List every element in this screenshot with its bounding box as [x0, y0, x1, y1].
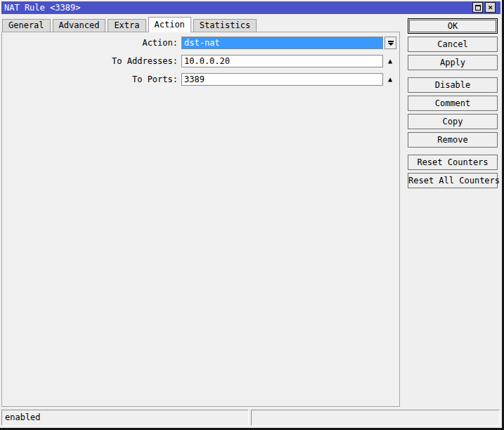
- close-icon: ×: [488, 4, 493, 11]
- apply-button[interactable]: Apply: [408, 55, 498, 70]
- copy-button[interactable]: Copy: [408, 114, 498, 129]
- remove-button[interactable]: Remove: [408, 132, 498, 148]
- tab-extra[interactable]: Extra: [108, 19, 146, 32]
- to-addresses-label: To Addresses:: [2, 55, 178, 67]
- window-title: NAT Rule <3389>: [1, 3, 80, 13]
- to-addresses-row: To Addresses: ▲: [2, 55, 399, 67]
- reset-counters-button[interactable]: Reset Counters: [408, 155, 498, 170]
- action-dropdown[interactable]: dst-nat: [181, 37, 383, 49]
- action-label: Action:: [2, 37, 178, 49]
- action-row: Action: dst-nat: [2, 37, 399, 49]
- action-dropdown-button[interactable]: [385, 37, 396, 49]
- tab-action[interactable]: Action: [148, 17, 191, 32]
- to-ports-row: To Ports: ▲: [2, 73, 399, 86]
- to-ports-up-icon[interactable]: ▲: [385, 73, 395, 86]
- status-secondary-panel: [251, 410, 500, 426]
- reset-all-counters-button[interactable]: Reset All Counters: [408, 173, 498, 188]
- comment-button[interactable]: Comment: [408, 96, 498, 111]
- to-addresses-input[interactable]: [181, 55, 383, 67]
- ok-button[interactable]: OK: [408, 18, 498, 34]
- tab-statistics[interactable]: Statistics: [193, 19, 257, 32]
- tab-bar: General Advanced Extra Action Statistics: [2, 17, 257, 32]
- maximize-button[interactable]: [472, 2, 483, 13]
- titlebar[interactable]: NAT Rule <3389>: [1, 1, 500, 14]
- action-tab-panel: Action: dst-nat To Addresses: ▲ To Ports…: [1, 32, 400, 407]
- close-button[interactable]: ×: [485, 2, 496, 13]
- cancel-button[interactable]: Cancel: [408, 37, 498, 52]
- tab-general[interactable]: General: [2, 19, 51, 32]
- status-text: enabled: [1, 410, 249, 426]
- disable-button[interactable]: Disable: [408, 77, 498, 93]
- to-ports-input[interactable]: [181, 73, 383, 86]
- maximize-icon: [475, 5, 481, 11]
- dropdown-icon: [388, 41, 394, 46]
- to-ports-label: To Ports:: [2, 73, 178, 86]
- nat-rule-dialog: NAT Rule <3389> × General Advanced Extra…: [0, 0, 504, 430]
- to-addresses-up-icon[interactable]: ▲: [385, 55, 395, 67]
- tab-advanced[interactable]: Advanced: [53, 19, 106, 32]
